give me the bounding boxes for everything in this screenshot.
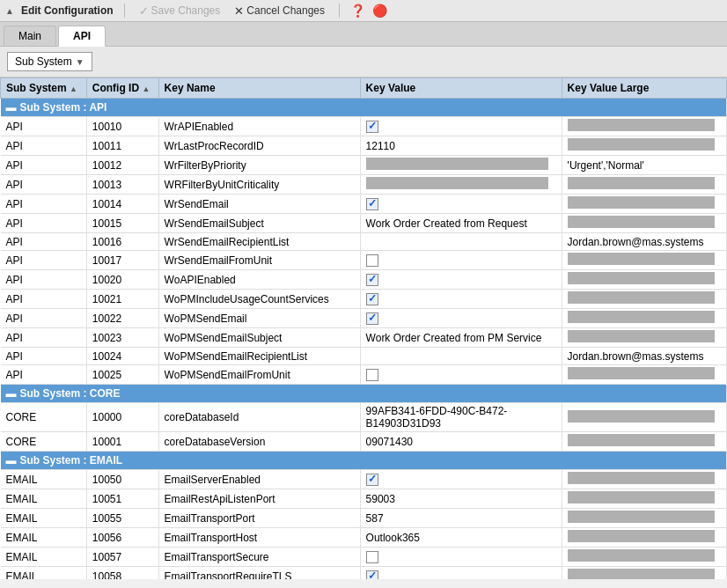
collapse-icon[interactable]: ▬ bbox=[6, 454, 17, 467]
table-body: ▬Sub System : APIAPI10010WrAPIEnabledAPI… bbox=[1, 99, 727, 580]
cell-keyvalue[interactable] bbox=[360, 175, 562, 195]
cell-keyname: WrFilterByPriority bbox=[158, 156, 360, 175]
cell-keyvalue[interactable] bbox=[360, 470, 562, 489]
cell-keyvaluelarge bbox=[562, 290, 726, 309]
checkmark-icon: ✓ bbox=[139, 4, 149, 18]
table-container[interactable]: Sub System ▲ Config ID ▲ Key Name Key Va… bbox=[0, 77, 727, 579]
cell-keyname: EmailRestApiListenPort bbox=[158, 489, 360, 509]
cell-subsystem: API bbox=[1, 195, 87, 214]
cell-keyvaluelarge bbox=[562, 470, 726, 489]
subsystem-dropdown[interactable]: Sub System ▼ bbox=[7, 52, 92, 71]
cancel-changes-button[interactable]: ✕ Cancel Changes bbox=[231, 3, 328, 19]
cell-subsystem: EMAIL bbox=[1, 489, 87, 509]
cell-keyvalue[interactable]: 12110 bbox=[360, 136, 562, 156]
cell-keyvalue[interactable] bbox=[360, 251, 562, 270]
group-header-row: ▬Sub System : API bbox=[1, 99, 727, 117]
checkbox-checked-icon[interactable] bbox=[366, 312, 378, 325]
gray-value-cell bbox=[568, 253, 715, 265]
group-header-row: ▬Sub System : CORE bbox=[1, 385, 727, 403]
gray-value-cell bbox=[568, 196, 715, 209]
cell-keyvalue[interactable] bbox=[360, 309, 562, 328]
checkbox-checked-icon[interactable] bbox=[366, 121, 378, 133]
cell-keyvaluelarge bbox=[562, 117, 726, 136]
cell-keyvalue[interactable] bbox=[360, 233, 562, 251]
cell-keyname: coreDatabaseVersion bbox=[158, 432, 360, 452]
cell-keyvalue[interactable] bbox=[360, 348, 562, 365]
cell-keyvalue[interactable]: 99AFB341-6FDD-490C-B472-B14903D31D93 bbox=[360, 403, 562, 432]
cell-keyvalue[interactable] bbox=[360, 270, 562, 290]
cell-subsystem: API bbox=[1, 214, 87, 233]
cell-configid: 10025 bbox=[86, 365, 158, 385]
cell-configid: 10057 bbox=[86, 548, 158, 567]
filter-row: Sub System ▼ bbox=[0, 47, 727, 77]
cell-configid: 10013 bbox=[86, 175, 158, 195]
cell-configid: 10058 bbox=[86, 567, 158, 580]
sort-subsystem-icon[interactable]: ▲ bbox=[70, 85, 77, 93]
cell-keyvalue[interactable] bbox=[360, 365, 562, 385]
gray-value-cell bbox=[568, 216, 715, 228]
cell-keyname: WrSendEmailRecipientList bbox=[158, 233, 360, 251]
gray-value-cell bbox=[568, 119, 715, 131]
cell-keyvalue[interactable] bbox=[360, 117, 562, 136]
checkbox-unchecked-icon[interactable] bbox=[366, 551, 378, 563]
cell-keyvalue[interactable] bbox=[360, 156, 562, 175]
cell-keyvaluelarge bbox=[562, 432, 726, 452]
cell-keyvalue[interactable]: 09071430 bbox=[360, 432, 562, 452]
cell-keyvaluelarge bbox=[562, 270, 726, 290]
tab-main[interactable]: Main bbox=[4, 26, 56, 46]
cell-subsystem: API bbox=[1, 175, 87, 195]
cell-configid: 10056 bbox=[86, 528, 158, 548]
cell-keyvaluelarge bbox=[562, 548, 726, 567]
cell-subsystem: API bbox=[1, 328, 87, 348]
cell-configid: 10021 bbox=[86, 290, 158, 309]
checkbox-checked-icon[interactable] bbox=[366, 474, 378, 486]
cell-keyvalue[interactable] bbox=[360, 290, 562, 309]
cancel-icon: ✕ bbox=[234, 4, 244, 18]
cell-keyvalue[interactable]: Outlook365 bbox=[360, 528, 562, 548]
collapse-icon[interactable]: ▬ bbox=[6, 101, 17, 114]
close-red-icon[interactable]: 🔴 bbox=[372, 4, 387, 18]
checkbox-checked-icon[interactable] bbox=[366, 570, 378, 579]
gray-value-cell bbox=[568, 530, 715, 542]
cell-keyvalue[interactable]: Work Order Created from Request bbox=[360, 214, 562, 233]
cell-keyvaluelarge bbox=[562, 567, 726, 580]
cell-keyname: WoPMSendEmailFromUnit bbox=[158, 365, 360, 385]
collapse-icon[interactable]: ▬ bbox=[6, 387, 17, 400]
cell-subsystem: API bbox=[1, 251, 87, 270]
checkbox-unchecked-icon[interactable] bbox=[366, 369, 378, 381]
cell-keyvalue[interactable]: 587 bbox=[360, 509, 562, 528]
cell-keyvalue[interactable] bbox=[360, 548, 562, 567]
cell-keyvalue[interactable]: 59003 bbox=[360, 489, 562, 509]
cell-keyname: WoPMSendEmail bbox=[158, 309, 360, 328]
cell-configid: 10001 bbox=[86, 432, 158, 452]
checkbox-checked-icon[interactable] bbox=[366, 293, 378, 305]
gray-value-cell bbox=[568, 569, 715, 579]
help-icon[interactable]: ❓ bbox=[350, 4, 365, 18]
separator-2 bbox=[339, 4, 340, 18]
gray-value-cell bbox=[568, 177, 715, 189]
cell-keyvalue[interactable] bbox=[360, 195, 562, 214]
key-value-large-text: Jordan.brown@mas.systems bbox=[568, 236, 704, 248]
cell-configid: 10011 bbox=[86, 136, 158, 156]
col-header-keyvalue: Key Value bbox=[360, 78, 562, 99]
table-row: API10016WrSendEmailRecipientListJordan.b… bbox=[1, 233, 727, 251]
sort-configid-icon[interactable]: ▲ bbox=[142, 85, 150, 93]
table-row: API10022WoPMSendEmail bbox=[1, 309, 727, 328]
checkbox-unchecked-icon[interactable] bbox=[366, 254, 378, 267]
cell-subsystem: EMAIL bbox=[1, 528, 87, 548]
checkbox-checked-icon[interactable] bbox=[366, 274, 378, 286]
cell-keyvalue[interactable]: Work Order Created from PM Service bbox=[360, 328, 562, 348]
table-header-row: Sub System ▲ Config ID ▲ Key Name Key Va… bbox=[1, 78, 727, 99]
gray-value-cell bbox=[568, 472, 715, 484]
cell-subsystem: EMAIL bbox=[1, 470, 87, 489]
save-changes-button[interactable]: ✓ Save Changes bbox=[136, 3, 224, 19]
separator-1 bbox=[124, 4, 125, 18]
checkbox-checked-icon[interactable] bbox=[366, 198, 378, 210]
tab-api[interactable]: API bbox=[58, 26, 106, 47]
gray-value-cell bbox=[568, 311, 715, 323]
cell-subsystem: CORE bbox=[1, 403, 87, 432]
cell-keyvalue[interactable] bbox=[360, 567, 562, 580]
cell-keyname: WrSendEmailSubject bbox=[158, 214, 360, 233]
cell-keyname: EmailTransportSecure bbox=[158, 548, 360, 567]
table-row: EMAIL10050EmailServerEnabled bbox=[1, 470, 727, 489]
